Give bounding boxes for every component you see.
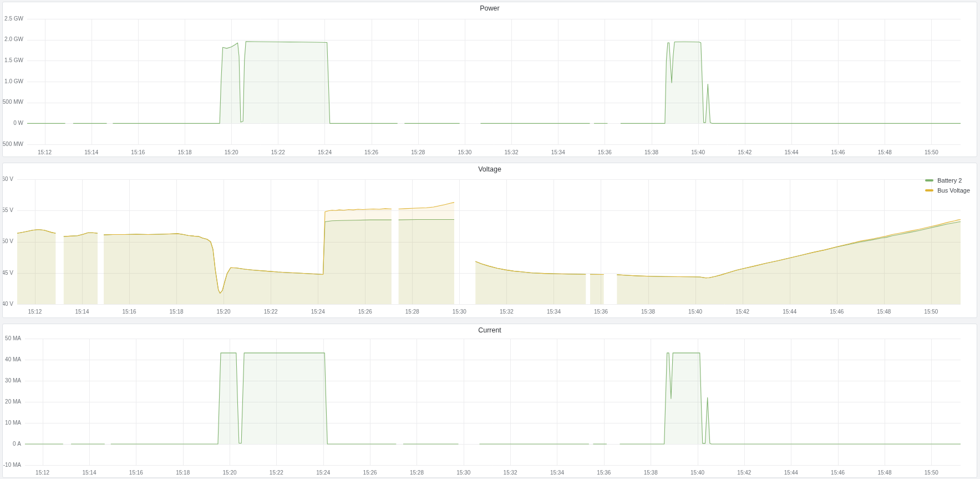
current-panel: Current (2, 324, 977, 478)
dashboard: Power Voltage Battery 2 Bus Voltage Curr… (0, 0, 980, 479)
legend-item-bus-voltage[interactable]: Bus Voltage (925, 186, 970, 194)
legend-label-battery-2: Battery 2 (937, 177, 962, 184)
power-panel: Power (2, 2, 977, 157)
power-chart[interactable] (3, 2, 977, 157)
legend-label-bus-voltage: Bus Voltage (937, 187, 970, 194)
voltage-panel-title[interactable]: Voltage (3, 163, 977, 177)
bus-voltage-swatch-icon (925, 189, 933, 191)
voltage-panel: Voltage Battery 2 Bus Voltage (2, 163, 977, 318)
legend-item-battery-2[interactable]: Battery 2 (925, 177, 970, 184)
current-panel-title[interactable]: Current (3, 324, 977, 337)
voltage-legend: Battery 2 Bus Voltage (925, 177, 970, 194)
voltage-chart[interactable] (3, 163, 977, 317)
current-chart[interactable] (3, 324, 977, 477)
power-panel-title[interactable]: Power (3, 2, 977, 16)
battery-2-swatch-icon (925, 179, 933, 181)
